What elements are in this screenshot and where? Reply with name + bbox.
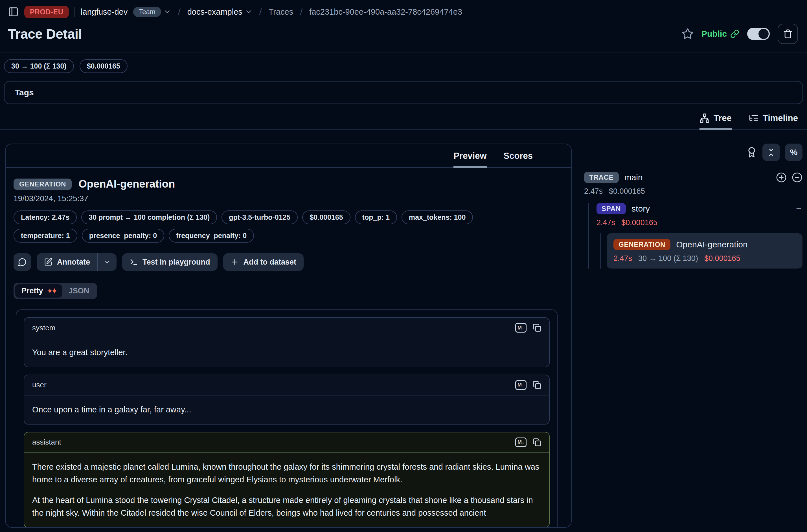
award-icon (746, 147, 757, 158)
breadcrumb-separator: / (177, 7, 182, 17)
breadcrumb-separator: / (299, 7, 304, 17)
markdown-toggle-button[interactable]: M↓ (515, 323, 527, 332)
tags-label: Tags (15, 88, 34, 97)
span-node[interactable]: SPAN story − (597, 203, 803, 214)
generation-latency: 2.47s (614, 254, 632, 263)
panel-tabs: Preview Scores (6, 144, 571, 168)
generation-metrics: 2.47s 30 → 100 (Σ 130) $0.000165 (614, 254, 796, 263)
page-title: Trace Detail (8, 26, 82, 42)
span-metrics: 2.47s $0.000165 (597, 218, 803, 227)
annotate-button-group: Annotate (37, 253, 116, 271)
cost-badge: $0.000165 (302, 210, 350, 224)
observation-panel: Preview Scores GENERATION OpenAI-generat… (5, 144, 572, 528)
org-name: langfuse-dev (81, 7, 128, 17)
fold-vertical-icon (766, 148, 776, 157)
generation-cost: $0.000165 (704, 254, 740, 263)
org-selector[interactable]: langfuse-dev Team (81, 7, 171, 17)
generation-type-badge: GENERATION (614, 239, 671, 250)
markdown-toggle-button[interactable]: M↓ (515, 380, 527, 390)
tags-box[interactable]: Tags (4, 81, 803, 104)
span-latency: 2.47s (597, 218, 615, 227)
toggle-knob (758, 29, 769, 39)
tab-scores[interactable]: Scores (504, 151, 533, 168)
token-usage-badge: 30 prompt → 100 completion (Σ 130) (81, 210, 217, 224)
generation-tokens: 30 → 100 (Σ 130) (638, 254, 698, 263)
span-name: story (632, 204, 650, 213)
chevron-down-icon (104, 259, 111, 266)
annotation-queue-button[interactable] (746, 147, 757, 158)
annotate-button[interactable]: Annotate (37, 253, 98, 271)
trace-cost: $0.000165 (609, 187, 645, 196)
observation-badges: Latency: 2.47s 30 prompt → 100 completio… (14, 210, 538, 243)
collapse-span-button[interactable]: − (795, 204, 803, 214)
trace-badges-row: 30 → 100 (Σ 130) $0.000165 (0, 53, 807, 73)
project-selector[interactable]: docs-examples (187, 7, 252, 17)
breadcrumb-separator: / (258, 7, 263, 17)
assistant-message-block: assistant M↓ There existed a majestic pl… (24, 432, 550, 528)
panel-left-icon (8, 6, 19, 17)
breadcrumb-divider (75, 7, 75, 17)
trace-latency: 2.47s (584, 187, 603, 196)
message-role: user (32, 381, 46, 389)
breadcrumb: PROD-EU langfuse-dev Team / docs-example… (0, 0, 807, 19)
markdown-toggle-button[interactable]: M↓ (515, 437, 527, 447)
terminal-icon (130, 258, 138, 266)
expand-all-button[interactable] (776, 172, 787, 183)
copy-icon (533, 324, 541, 332)
sparkles-icon: ✦✦ (47, 287, 56, 295)
chevron-down-icon (245, 8, 252, 16)
percent-icon: % (790, 148, 798, 157)
message-content: Once upon a time in a galaxy far, far aw… (24, 396, 549, 424)
public-label: Public (701, 29, 727, 39)
annotate-dropdown-button[interactable] (98, 253, 116, 271)
span-cost: $0.000165 (621, 218, 657, 227)
traces-link[interactable]: Traces (269, 7, 294, 17)
json-option[interactable]: JSON (62, 284, 96, 298)
message-role: system (32, 324, 55, 332)
collapse-all-button[interactable] (763, 144, 780, 161)
observation-type-badge: GENERATION (14, 178, 72, 190)
favorite-button[interactable] (682, 28, 694, 40)
copy-button[interactable] (533, 438, 541, 446)
annotate-label: Annotate (57, 258, 90, 267)
generation-node[interactable]: GENERATION OpenAI-generation 2.47s 30 → … (607, 233, 803, 268)
message-circle-icon (18, 258, 27, 267)
message-role: assistant (32, 438, 61, 446)
tree-icon (699, 113, 710, 123)
temperature-badge: temperature: 1 (14, 229, 77, 243)
delete-trace-button[interactable] (778, 24, 798, 44)
presence-penalty-badge: presence_penalty: 0 (82, 229, 164, 243)
test-in-playground-button[interactable]: Test in playground (122, 253, 218, 271)
tab-tree[interactable]: Tree (699, 113, 732, 130)
tree-controls: % (584, 144, 803, 161)
public-link[interactable]: Public (701, 29, 739, 39)
link-icon (730, 29, 739, 38)
tab-preview[interactable]: Preview (453, 151, 486, 168)
page-header: Trace Detail Public (0, 19, 807, 52)
model-badge[interactable]: gpt-3.5-turbo-0125 (222, 210, 298, 224)
trace-name: main (624, 173, 643, 182)
messages-container: system M↓ You are a great storyteller. (16, 309, 558, 528)
test-in-playground-label: Test in playground (143, 258, 210, 267)
observation-title: OpenAI-generation (78, 178, 175, 190)
copy-button[interactable] (533, 381, 541, 389)
tab-timeline[interactable]: Timeline (749, 113, 798, 130)
circle-minus-icon (792, 172, 803, 183)
public-toggle[interactable] (747, 27, 770, 40)
message-content: There existed a majestic planet called L… (24, 453, 549, 527)
trace-node[interactable]: TRACE main (584, 172, 803, 183)
show-percentages-button[interactable]: % (785, 144, 803, 161)
top-p-badge: top_p: 1 (355, 210, 397, 224)
collapse-tree-button[interactable] (792, 172, 803, 183)
system-message-block: system M↓ You are a great storyteller. (24, 317, 550, 367)
comment-button[interactable] (14, 253, 31, 271)
copy-button[interactable] (533, 324, 541, 332)
add-to-dataset-label: Add to dataset (244, 258, 297, 267)
pretty-option[interactable]: Pretty ✦✦ (15, 284, 62, 298)
sidebar-toggle-button[interactable] (8, 6, 19, 17)
add-to-dataset-button[interactable]: Add to dataset (223, 253, 304, 271)
trace-tree-panel: % TRACE main (584, 144, 803, 268)
star-icon (682, 28, 694, 40)
frequency-penalty-badge: frequency_penalty: 0 (169, 229, 254, 243)
actions-row: Annotate Test in playground (14, 253, 558, 271)
